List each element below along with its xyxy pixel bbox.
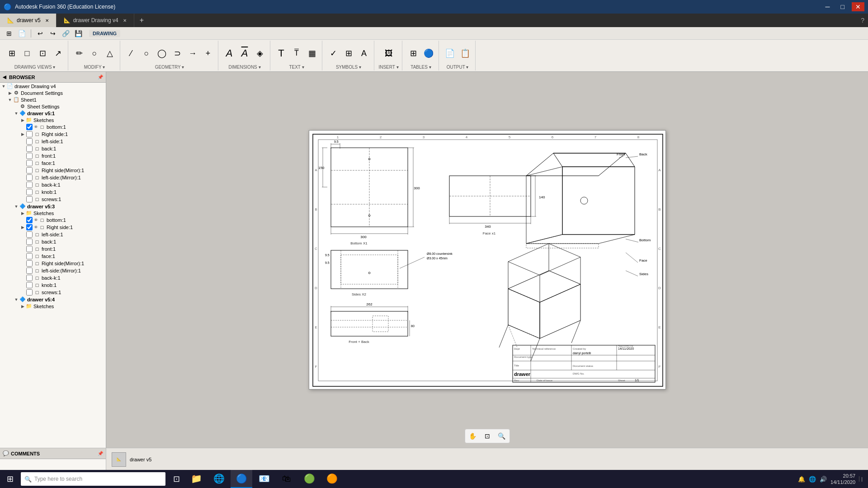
tree-check-screws1[interactable]: [26, 196, 33, 202]
tree-check-front1[interactable]: [26, 153, 33, 159]
tree-check-knob1[interactable]: [26, 189, 33, 195]
line-btn[interactable]: ∕: [124, 48, 138, 58]
tables-label[interactable]: TABLES ▾: [410, 65, 431, 70]
tree-item-backk1[interactable]: □ back-k:1: [0, 181, 106, 188]
base-view-button[interactable]: ⊞: [5, 48, 19, 58]
tray-volume[interactable]: 🔊: [820, 476, 827, 483]
modify-label[interactable]: MODIFY ▾: [84, 65, 105, 70]
comments-pin[interactable]: 📌: [98, 451, 103, 456]
taskbar-app-edge[interactable]: 🌐: [208, 470, 230, 488]
tree-check-rmirror3[interactable]: [26, 260, 33, 267]
tray-notifications[interactable]: 🔔: [798, 476, 805, 483]
tree-item-screws3[interactable]: □ screws:1: [0, 289, 106, 296]
taskbar-app-mail[interactable]: 📧: [253, 470, 275, 488]
tree-item-face1[interactable]: □ face:1: [0, 160, 106, 167]
taskbar-app-explorer[interactable]: 📁: [185, 470, 207, 488]
tree-check-face3[interactable]: [26, 253, 33, 259]
tables-btn-2[interactable]: 🔵: [421, 48, 436, 58]
tree-item-bottom3[interactable]: 👁 □ bottom:1: [0, 216, 106, 224]
arc-btn[interactable]: ◯: [155, 48, 169, 58]
close-button[interactable]: ✕: [852, 2, 864, 11]
taskbar-app-extra[interactable]: 🟠: [321, 470, 343, 488]
tree-item-right3[interactable]: ▶ 👁 □ Right side:1: [0, 224, 106, 231]
tab-drawer-v5[interactable]: 📐 drawer v5 ✕: [0, 14, 57, 27]
center-btn[interactable]: +: [201, 48, 215, 58]
tree-check-left1[interactable]: [26, 138, 33, 145]
tab-drawer-drawing[interactable]: 📐 drawer Drawing v4 ✕: [57, 14, 134, 27]
help-icon[interactable]: ?: [861, 17, 864, 24]
grid-icon[interactable]: ⊞: [4, 28, 14, 38]
taskbar-app-chrome[interactable]: 🟢: [298, 470, 320, 488]
taskbar-app-store[interactable]: 🛍: [276, 470, 297, 488]
taskbar-clock[interactable]: 20:57 14/11/2020: [830, 473, 855, 486]
detail-view-button[interactable]: ↗: [51, 48, 65, 58]
dim-btn-1[interactable]: A: [222, 47, 236, 59]
section-view-button[interactable]: ⊡: [35, 48, 50, 58]
drawing-views-label[interactable]: DRAWING VIEWS ▾: [14, 65, 56, 70]
sym-btn-3[interactable]: A: [357, 48, 371, 58]
spline-btn[interactable]: ⊃: [170, 48, 184, 58]
tray-network[interactable]: 🌐: [809, 476, 816, 483]
taskbar-app-fusion[interactable]: 🔵: [231, 470, 252, 488]
tree-item-lmirror3[interactable]: □ left-side:(Mirror):1: [0, 267, 106, 274]
browser-collapse-icon[interactable]: ◀: [3, 75, 6, 80]
tab-add-button[interactable]: +: [134, 14, 149, 27]
projected-view-button[interactable]: □: [20, 48, 34, 58]
tree-item-back3[interactable]: □ back:1: [0, 238, 106, 245]
tree-item-screws1[interactable]: □ screws:1: [0, 196, 106, 203]
tree-item-back1[interactable]: □ back:1: [0, 145, 106, 152]
dim-btn-3[interactable]: ◈: [253, 48, 267, 58]
modify-btn-3[interactable]: △: [103, 48, 117, 58]
modify-btn-1[interactable]: ✏: [72, 48, 86, 58]
link-icon[interactable]: 🔗: [60, 28, 71, 38]
tree-check-right3[interactable]: [26, 224, 33, 230]
tree-item-knob3[interactable]: □ knob:1: [0, 282, 106, 289]
insert-label[interactable]: INSERT ▾: [378, 65, 398, 70]
text-btn-1[interactable]: T: [274, 47, 288, 59]
tree-item-front1[interactable]: □ front:1: [0, 152, 106, 160]
tree-item-right1[interactable]: ▶ □ Right side:1: [0, 131, 106, 138]
tree-item-knob1[interactable]: □ knob:1: [0, 188, 106, 196]
sym-btn-1[interactable]: ✓: [326, 48, 340, 58]
save-icon[interactable]: 💾: [73, 28, 84, 38]
browser-pin-icon[interactable]: 📌: [98, 75, 103, 80]
tree-check-bottom1[interactable]: [26, 124, 33, 130]
pan-button[interactable]: ✋: [467, 431, 479, 441]
tree-item-rmirror3[interactable]: □ Right side(Mirror):1: [0, 260, 106, 267]
zoom-button[interactable]: 🔍: [495, 431, 508, 441]
tree-item-sheet1[interactable]: ▼ 📋 Sheet1: [0, 96, 106, 103]
tree-item-backk3[interactable]: □ back-k:1: [0, 274, 106, 282]
tree-item-drawer-v5-1[interactable]: ▼ 🔷 drawer v5:1: [0, 110, 106, 117]
tree-check-bottom3[interactable]: [26, 217, 33, 223]
text-label[interactable]: TEXT ▾: [289, 65, 304, 70]
tree-check-left3[interactable]: [26, 231, 33, 238]
zoom-fit-button[interactable]: ⊡: [481, 431, 494, 441]
show-desktop-button[interactable]: |: [859, 476, 863, 482]
tree-check-screws3[interactable]: [26, 289, 33, 296]
tree-check-right1[interactable]: [26, 131, 33, 137]
tree-item-left3[interactable]: □ left-side:1: [0, 231, 106, 238]
arrow-btn[interactable]: →: [185, 48, 200, 58]
tree-check-back1[interactable]: [26, 145, 33, 152]
tree-item-left1[interactable]: □ left-side:1: [0, 138, 106, 145]
tree-eye-right3[interactable]: 👁: [34, 225, 38, 230]
tree-check-knob3[interactable]: [26, 282, 33, 288]
tree-check-lmirror1[interactable]: [26, 174, 33, 181]
tab-close-button[interactable]: ✕: [45, 18, 49, 23]
tree-item-sheet-settings[interactable]: ⚙ Sheet Settings: [0, 103, 106, 110]
tree-eye-bottom1[interactable]: 👁: [34, 125, 38, 129]
tables-btn-1[interactable]: ⊞: [406, 48, 420, 58]
redo-icon[interactable]: ↪: [47, 28, 58, 38]
drawing-sheet[interactable]: 1 2 3 4 5 6 7 8 A B C D E F A B C D: [309, 130, 666, 389]
text-btn-2[interactable]: T: [289, 49, 304, 58]
tree-item-sketches4[interactable]: ▶ 📁 Sketches: [0, 303, 106, 310]
tab-close-button-2[interactable]: ✕: [123, 18, 127, 23]
circle-btn[interactable]: ○: [139, 48, 154, 58]
output-btn-2[interactable]: 📋: [458, 48, 472, 58]
sym-btn-2[interactable]: ⊞: [341, 48, 356, 58]
start-button[interactable]: ⊞: [2, 471, 18, 487]
tree-item-doc-settings[interactable]: ▶ ⚙ Document Settings: [0, 89, 106, 96]
output-btn-1[interactable]: 📄: [443, 48, 457, 58]
taskbar-search-bar[interactable]: 🔍 Type here to search: [21, 472, 165, 486]
tree-check-rmirror1[interactable]: [26, 167, 33, 174]
